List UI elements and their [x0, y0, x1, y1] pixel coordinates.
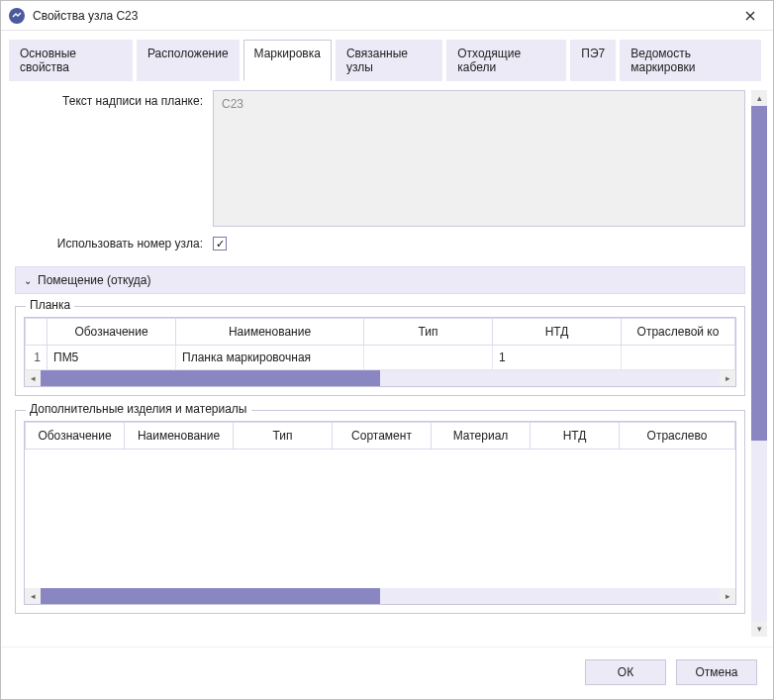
close-button[interactable] — [727, 1, 773, 31]
scroll-thumb[interactable] — [41, 588, 380, 604]
cell[interactable]: ПМ5 — [48, 346, 176, 370]
table-row[interactable]: 1 ПМ5 Планка маркировочная 1 — [26, 346, 735, 370]
properties-dialog: Свойства узла C23 Основные свойства Расп… — [0, 0, 774, 700]
scroll-left-icon[interactable]: ◂ — [25, 588, 41, 604]
grid-plank[interactable]: Обозначение Наименование Тип НТД Отрасле… — [24, 317, 736, 387]
use-node-number-checkbox[interactable]: ✓ — [213, 237, 227, 250]
plank-text-field[interactable]: C23 — [213, 90, 745, 227]
grid-additional-header[interactable]: НТД — [531, 423, 620, 450]
window-title: Свойства узла C23 — [33, 9, 727, 23]
tab-bar: Основные свойства Расположение Маркировк… — [1, 31, 773, 80]
label-plank-text: Текст надписи на планке: — [15, 90, 213, 108]
tab-marking-list[interactable]: Ведомость маркировки — [620, 40, 761, 81]
grid-additional-hscrollbar[interactable]: ◂ ▸ — [25, 588, 735, 604]
fieldset-additional-legend: Дополнительные изделия и материалы — [26, 402, 251, 416]
group-room-from[interactable]: ⌄ Помещение (откуда) — [15, 266, 745, 294]
row-number: 1 — [26, 346, 48, 370]
grid-additional-header[interactable]: Материал — [432, 423, 531, 450]
grid-additional[interactable]: Обозначение Наименование Тип Сортамент М… — [24, 421, 736, 605]
cancel-button[interactable]: Отмена — [676, 659, 757, 685]
cell[interactable]: 1 — [493, 346, 622, 370]
content-vscrollbar[interactable]: ▴ ▾ — [751, 90, 767, 637]
fieldset-plank: Планка Обозначение Наименование — [15, 306, 745, 396]
scroll-down-icon[interactable]: ▾ — [751, 621, 767, 637]
scroll-thumb[interactable] — [751, 106, 767, 441]
ok-button[interactable]: ОК — [585, 659, 666, 685]
scroll-right-icon[interactable]: ▸ — [720, 370, 735, 386]
cell[interactable] — [622, 346, 735, 370]
scroll-up-icon[interactable]: ▴ — [751, 90, 767, 106]
grid-additional-body[interactable] — [25, 450, 735, 588]
grid-plank-header[interactable]: НТД — [493, 319, 622, 346]
marking-panel: Текст надписи на планке: C23 Использоват… — [15, 90, 745, 637]
grid-additional-header[interactable]: Наименование — [125, 423, 234, 450]
cell[interactable] — [364, 346, 493, 370]
chevron-down-icon: ⌄ — [24, 275, 32, 286]
tab-pe7[interactable]: ПЭ7 — [570, 40, 616, 81]
grid-plank-header[interactable]: Наименование — [176, 319, 364, 346]
grid-plank-hscrollbar[interactable]: ◂ ▸ — [25, 370, 735, 386]
scroll-left-icon[interactable]: ◂ — [25, 370, 41, 386]
group-room-from-title: Помещение (откуда) — [38, 273, 151, 287]
dialog-button-bar: ОК Отмена — [1, 647, 773, 699]
app-icon — [9, 8, 25, 24]
titlebar: Свойства узла C23 — [1, 1, 773, 31]
label-use-node-number: Использовать номер узла: — [15, 237, 213, 250]
fieldset-additional: Дополнительные изделия и материалы Обозн… — [15, 410, 745, 614]
tab-location[interactable]: Расположение — [137, 40, 240, 81]
grid-plank-header[interactable]: Обозначение — [48, 319, 176, 346]
tab-main-properties[interactable]: Основные свойства — [9, 40, 133, 81]
cell[interactable]: Планка маркировочная — [176, 346, 364, 370]
tab-related-nodes[interactable]: Связанные узлы — [336, 40, 442, 81]
scroll-right-icon[interactable]: ▸ — [720, 588, 735, 604]
grid-additional-header[interactable]: Обозначение — [26, 423, 125, 450]
grid-plank-rownum-header — [26, 319, 48, 346]
tab-marking[interactable]: Маркировка — [243, 40, 332, 81]
grid-additional-header[interactable]: Отраслево — [620, 423, 735, 450]
grid-plank-header[interactable]: Отраслевой ко — [622, 319, 735, 346]
grid-additional-header[interactable]: Сортамент — [333, 423, 432, 450]
tab-outgoing-cables[interactable]: Отходящие кабели — [446, 40, 566, 81]
scroll-thumb[interactable] — [41, 370, 380, 386]
grid-plank-header[interactable]: Тип — [364, 319, 493, 346]
grid-additional-header[interactable]: Тип — [234, 423, 333, 450]
fieldset-plank-legend: Планка — [26, 298, 74, 312]
